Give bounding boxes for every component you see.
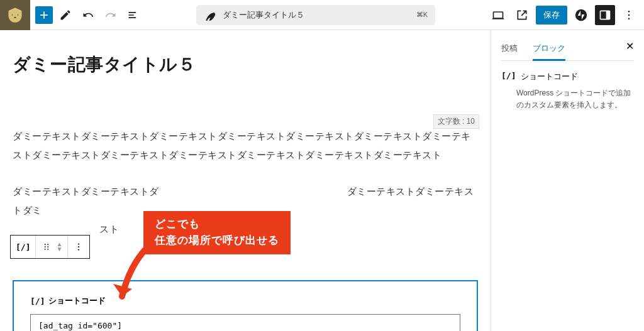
move-arrows-icon: ▲▼ xyxy=(56,242,62,252)
document-bar: ダミー記事タイトル５ ⌘K xyxy=(148,5,483,25)
save-button[interactable]: 保存 xyxy=(536,6,567,24)
main-wrap: ダミー記事タイトル５ 文字数 : 10 ダミーテキストダミーテキストダミーテキス… xyxy=(0,30,644,331)
block-info-title: ショートコード xyxy=(521,71,578,82)
shortcode-label: ショートコード xyxy=(48,295,106,307)
svg-point-6 xyxy=(628,18,630,19)
shortcode-block[interactable]: [/] ショートコード xyxy=(13,280,478,331)
document-title[interactable]: ダミー記事タイトル５ ⌘K xyxy=(196,5,435,25)
block-move-button[interactable]: ▲▼ xyxy=(36,236,68,258)
svg-point-1 xyxy=(575,9,587,20)
svg-point-13 xyxy=(78,243,79,244)
svg-rect-0 xyxy=(494,12,503,18)
tab-post[interactable]: 投稿 xyxy=(501,38,518,60)
close-sidebar-button[interactable]: ✕ xyxy=(626,38,634,60)
tab-block[interactable]: ブロック xyxy=(533,38,565,61)
paragraph-block[interactable]: ダミーテキストダミーテキストダ ダミーテキストダミーテキストダミ スト xyxy=(13,182,478,239)
editor-area: ダミー記事タイトル５ 文字数 : 10 ダミーテキストダミーテキストダミーテキス… xyxy=(0,30,491,331)
shortcode-icon: [/] xyxy=(16,242,30,252)
jetpack-icon[interactable] xyxy=(571,5,591,25)
svg-point-15 xyxy=(78,249,79,250)
document-title-text: ダミー記事タイトル５ xyxy=(223,9,304,21)
svg-point-12 xyxy=(48,249,49,250)
shortcode-icon: [/] xyxy=(501,71,516,80)
shortcode-block-header: [/] ショートコード xyxy=(30,295,460,307)
block-info-desc: WordPress ショートコードで追加のカスタム要素を挿入します。 xyxy=(516,87,634,111)
svg-point-11 xyxy=(45,249,46,250)
options-button[interactable] xyxy=(619,5,639,25)
toolbar-right: 保存 xyxy=(483,5,644,25)
keyboard-shortcut: ⌘K xyxy=(416,11,428,19)
svg-point-5 xyxy=(628,14,630,16)
settings-sidebar: 投稿 ブロック ✕ [/] ショートコード WordPress ショートコードで… xyxy=(491,30,644,331)
sidebar-tabs: 投稿 ブロック ✕ xyxy=(501,38,634,61)
view-device-button[interactable] xyxy=(488,5,508,25)
undo-button[interactable] xyxy=(78,5,98,25)
document-outline-button[interactable] xyxy=(123,5,143,25)
leaf-icon xyxy=(204,8,218,22)
svg-point-14 xyxy=(78,246,79,247)
site-logo[interactable] xyxy=(0,0,30,30)
toolbar-left xyxy=(30,5,148,25)
sidebar-toggle-button[interactable] xyxy=(595,5,615,25)
post-title[interactable]: ダミー記事タイトル５ xyxy=(13,53,478,77)
svg-point-7 xyxy=(45,244,46,245)
shortcode-input[interactable] xyxy=(30,314,460,331)
block-info: [/] ショートコード xyxy=(501,71,634,85)
svg-point-4 xyxy=(628,10,630,12)
redo-button[interactable] xyxy=(101,5,121,25)
svg-rect-3 xyxy=(606,11,610,19)
block-options-button[interactable] xyxy=(68,236,89,258)
paragraph-block[interactable]: ダミーテキストダミーテキストダミーテキストダミーテキストダミーテキストダミーテキ… xyxy=(13,127,478,165)
add-block-button[interactable] xyxy=(35,6,53,24)
shortcode-icon: [/] xyxy=(30,296,45,306)
block-toolbar: [/] ▲▼ xyxy=(10,235,90,259)
block-type-button[interactable]: [/] xyxy=(11,236,36,258)
svg-point-10 xyxy=(48,246,49,247)
word-count: 文字数 : 10 xyxy=(433,114,479,129)
svg-point-9 xyxy=(45,246,46,247)
preview-button[interactable] xyxy=(512,5,532,25)
edit-mode-button[interactable] xyxy=(55,5,75,25)
svg-point-8 xyxy=(48,244,49,245)
top-bar: ダミー記事タイトル５ ⌘K 保存 xyxy=(0,0,644,30)
